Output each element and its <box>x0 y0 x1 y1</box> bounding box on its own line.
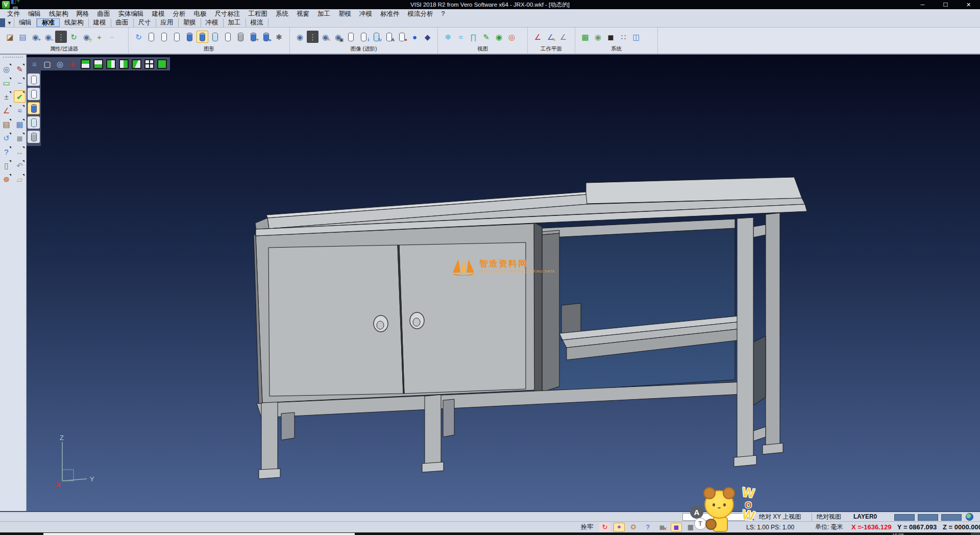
toolbar-tab[interactable]: 曲面 <box>111 18 134 27</box>
close-button[interactable]: ✕ <box>957 0 980 9</box>
solid-mark-icon[interactable]: ● <box>396 31 408 43</box>
menu-item[interactable]: 标准件 <box>376 9 404 18</box>
menu-item[interactable]: 建模 <box>148 9 169 18</box>
open-folder-icon[interactable]: ▱ <box>14 173 26 185</box>
toolbar-tab[interactable]: 应用 <box>156 18 179 27</box>
navigator-wheel-icon[interactable]: ☸ <box>1 173 12 185</box>
view-isometric-icon[interactable] <box>156 58 168 70</box>
confirm-check-icon[interactable]: ✔ <box>14 90 26 103</box>
select-view-icon[interactable]: ◉ <box>493 31 505 43</box>
menu-item[interactable]: 冲模 <box>355 9 376 18</box>
screen-icon[interactable]: ◼ <box>605 31 617 43</box>
tab-dropdown-icon[interactable]: ▼ <box>5 18 14 27</box>
layer-label[interactable]: LAYER0 <box>853 513 877 520</box>
lock-button[interactable]: 拴牢 <box>581 523 593 531</box>
solid-dynamic-icon[interactable]: ↻ <box>371 31 382 43</box>
menu-item[interactable]: 曲面 <box>93 9 114 18</box>
workplane-edit-icon[interactable]: ∠✎ <box>545 31 556 43</box>
measure-view-icon[interactable]: ∏ <box>468 31 479 43</box>
toolbar-tab[interactable]: 加工 <box>224 18 246 27</box>
toolbar-tab[interactable]: 建模 <box>89 18 111 27</box>
color-grid-icon[interactable]: ▦ <box>579 31 591 43</box>
toolbar-tab[interactable]: 标准 <box>37 18 60 27</box>
menu-item[interactable]: 网格 <box>72 9 93 18</box>
layer-color-box[interactable] <box>941 514 962 521</box>
solid-outline-icon[interactable] <box>345 31 357 43</box>
toggle-visibility-icon[interactable]: ◉± <box>81 31 92 43</box>
toolbar-drag-handle[interactable] <box>3 57 23 61</box>
flat-mode-icon[interactable] <box>222 31 234 43</box>
spline-edit-icon[interactable]: ≈ <box>14 104 26 116</box>
hide-entities-icon[interactable]: ◉− <box>42 31 54 43</box>
menu-item[interactable]: ? <box>437 9 449 18</box>
zoom-previous-icon[interactable]: ◎ <box>54 58 66 70</box>
toolbar-tab[interactable]: 模流 <box>246 18 268 27</box>
visi-logo-icon[interactable]: V <box>2 1 10 9</box>
view-front-icon[interactable] <box>105 58 117 70</box>
fit-selection-icon[interactable]: ▭ <box>1 77 12 89</box>
context-help-icon[interactable]: ? <box>642 523 653 532</box>
render-off-icon[interactable]: ◼✕ <box>656 523 668 532</box>
globe-icon[interactable] <box>966 513 973 521</box>
solid-info-icon[interactable]: i <box>358 31 370 43</box>
refresh-view-icon[interactable]: ❄ <box>442 31 454 43</box>
wireframe-mode-icon[interactable] <box>145 31 157 43</box>
annotate-view-icon[interactable]: ✎ <box>480 31 492 43</box>
toolbar-tab[interactable]: 塑膜 <box>179 18 201 27</box>
toolbar-tab[interactable]: 线架构 <box>60 18 89 27</box>
menu-item[interactable]: 工程图 <box>244 9 272 18</box>
point-grid-icon[interactable]: ∷ <box>618 31 629 43</box>
taskbar-window-preview[interactable] <box>43 533 355 535</box>
view-bottom-icon[interactable] <box>92 58 104 70</box>
wcs-axes-icon[interactable]: ∠ <box>1 104 12 116</box>
pane-grid-icon[interactable]: ▦ <box>685 523 696 532</box>
toolbar-tab[interactable]: 编辑 <box>14 18 37 27</box>
layer-color-box[interactable] <box>894 514 915 521</box>
document-preview-icon[interactable]: ▤ <box>17 31 29 43</box>
shield-render-icon[interactable]: ◆ <box>422 31 433 43</box>
edit-view-icon[interactable]: ◉✎ <box>320 31 331 43</box>
menu-item[interactable]: 电极 <box>190 9 211 18</box>
3d-viewport[interactable]: Z Y X ≡▢◎✛ <box>27 55 980 511</box>
viewbar-menu-icon[interactable]: ≡ <box>29 58 40 70</box>
strip-mesh-icon[interactable] <box>28 131 40 143</box>
solid-label-icon[interactable]: A <box>383 31 395 43</box>
add-filter-icon[interactable]: + <box>93 31 105 43</box>
magic-wand-icon[interactable]: ✦ <box>614 523 625 532</box>
traffic-entity-icon[interactable]: ⋮ <box>307 31 318 43</box>
strip-transparent-icon[interactable] <box>28 116 40 129</box>
eraser-attributes-icon[interactable]: ◪ <box>4 31 16 43</box>
origin-axes-icon[interactable]: ✛ <box>67 58 79 70</box>
layer-color-box[interactable] <box>918 514 938 521</box>
view-back-icon[interactable] <box>118 58 130 70</box>
graphics-settings-icon[interactable]: ✱ <box>273 31 285 43</box>
shaded-mode-icon[interactable] <box>184 31 195 43</box>
refresh-visibility-icon[interactable]: ↻ <box>68 31 80 43</box>
zoom-filter-icon[interactable]: ± <box>1 90 12 103</box>
copy-render-attr-icon[interactable]: + <box>248 31 259 43</box>
window-pane-icon[interactable]: ▦ <box>14 118 26 130</box>
erase-pencil-icon[interactable]: ✎ <box>14 63 26 75</box>
menu-item[interactable]: 编辑 <box>24 9 45 18</box>
hidden-line-mode-icon[interactable] <box>158 31 170 43</box>
measure-distance-icon[interactable]: ↔ <box>14 145 26 158</box>
toolbar-tab[interactable]: 尺寸 <box>134 18 156 27</box>
help-icon[interactable]: ? <box>1 145 12 158</box>
strip-shaded-icon[interactable] <box>28 102 40 114</box>
minimize-button[interactable]: ─ <box>911 0 934 9</box>
view-top-icon[interactable] <box>80 58 91 70</box>
mesh-mode-icon[interactable] <box>235 31 247 43</box>
delete-trash-icon[interactable]: ▯ <box>1 159 12 172</box>
paste-render-attr-icon[interactable]: ▸ <box>260 31 272 43</box>
menu-item[interactable]: 实体编辑 <box>114 9 148 18</box>
toolbar-tab[interactable]: 冲模 <box>201 18 224 27</box>
menu-item[interactable]: 尺寸标注 <box>211 9 244 18</box>
refresh-icon[interactable]: ↺ <box>1 132 12 144</box>
attributes-books-icon[interactable]: ▤ <box>1 118 12 130</box>
view-left-icon[interactable] <box>131 58 142 70</box>
view-right-wire-icon[interactable] <box>143 58 155 70</box>
menu-item[interactable]: 线架构 <box>45 9 72 18</box>
select-magnifier-icon[interactable]: ◎ <box>1 63 12 75</box>
maximize-button[interactable]: ☐ <box>934 0 957 9</box>
render-cube-icon[interactable]: ◼ <box>671 523 682 532</box>
